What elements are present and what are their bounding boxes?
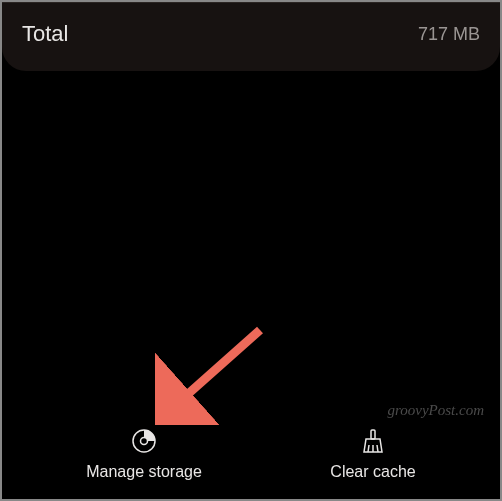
clear-cache-button[interactable]: Clear cache bbox=[314, 419, 431, 489]
svg-line-5 bbox=[368, 445, 369, 452]
total-label: Total bbox=[22, 21, 68, 47]
manage-storage-label: Manage storage bbox=[86, 463, 202, 481]
broom-icon bbox=[359, 427, 387, 455]
bottom-action-bar: Manage storage Clear cache bbox=[2, 419, 500, 489]
total-value: 717 MB bbox=[418, 24, 480, 45]
svg-rect-4 bbox=[371, 430, 375, 439]
svg-point-3 bbox=[141, 438, 148, 445]
watermark-text: groovyPost.com bbox=[387, 402, 484, 419]
annotation-arrow-icon bbox=[155, 325, 275, 425]
svg-line-1 bbox=[170, 330, 260, 410]
manage-storage-button[interactable]: Manage storage bbox=[70, 419, 218, 489]
clear-cache-label: Clear cache bbox=[330, 463, 415, 481]
storage-total-row: Total 717 MB bbox=[2, 2, 500, 71]
storage-disc-icon bbox=[130, 427, 158, 455]
svg-line-7 bbox=[377, 445, 378, 452]
